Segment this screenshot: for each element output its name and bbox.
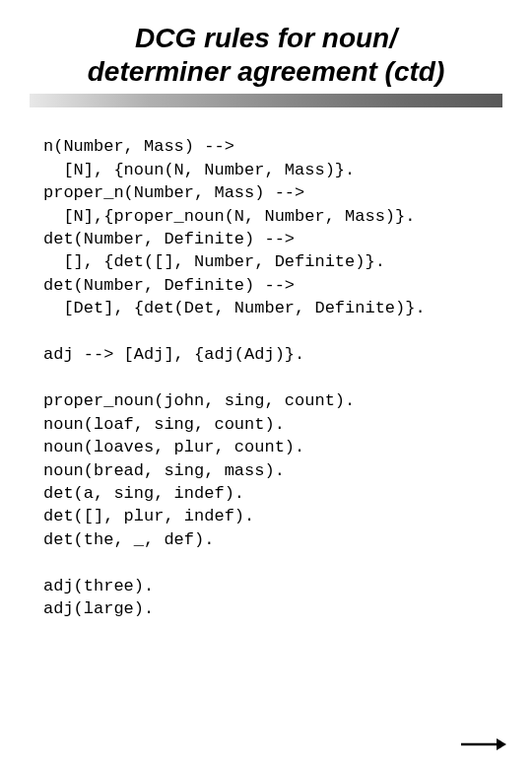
slide-title: DCG rules for noun/ determiner agreement… xyxy=(0,0,532,88)
svg-marker-1 xyxy=(497,738,506,750)
title-line-2: determiner agreement (ctd) xyxy=(88,55,445,89)
title-underline xyxy=(30,94,502,107)
next-arrow[interactable] xyxy=(461,737,506,751)
next-arrow-icon xyxy=(461,737,506,751)
code-content: n(Number, Mass) --> [N], {noun(N, Number… xyxy=(43,135,504,621)
title-line-1: DCG rules for noun/ xyxy=(135,22,397,55)
